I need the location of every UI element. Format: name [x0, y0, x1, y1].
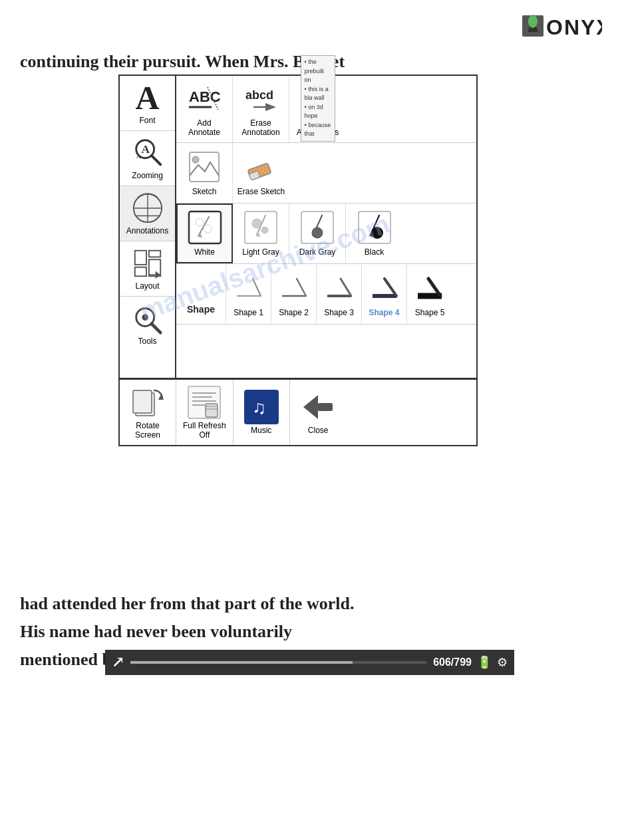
dark-gray-pen-icon [300, 210, 335, 245]
onyx-logo: ONYX [522, 12, 602, 42]
svg-line-50 [253, 279, 261, 296]
shape-label-cell: Shape [176, 264, 226, 324]
dialog-panel: A Font A A Zooming [118, 74, 478, 446]
erase-annotation-icon: abcd [243, 81, 278, 116]
rotate-screen-icon [130, 385, 165, 420]
sidebar-item-annotations[interactable]: Annotations [120, 186, 175, 241]
erase-annotation-label: EraseAnnotation [241, 118, 279, 137]
status-arrow-icon: ↗ [112, 654, 124, 671]
layout-icon [131, 247, 164, 280]
shape1-icon [232, 271, 266, 305]
svg-point-28 [192, 156, 199, 163]
shape3-item[interactable]: Shape 3 [317, 264, 362, 324]
svg-point-34 [196, 218, 204, 226]
shape4-icon [367, 271, 402, 305]
shape2-icon [277, 271, 311, 305]
shape-row: Shape Shape 1 [176, 264, 476, 325]
svg-rect-72 [318, 403, 333, 411]
music-label: Music [251, 426, 271, 435]
color-row: White Light Gray [176, 204, 476, 264]
tools-icon [131, 302, 164, 335]
light-gray-pen-icon [243, 210, 278, 245]
zooming-label: Zooming [132, 171, 163, 180]
annotation-row: ABC AddAnnotate abcd [176, 76, 476, 143]
shape4-item[interactable]: Shape 4 [362, 264, 407, 324]
add-annotate-item[interactable]: ABC AddAnnotate [176, 76, 233, 142]
bg-text-bottom1: had attended her from that part of the w… [20, 594, 354, 614]
svg-text:abcd: abcd [245, 88, 273, 102]
black-pen-label: Black [365, 247, 384, 257]
font-icon: A [131, 81, 164, 114]
shape3-icon [322, 271, 357, 305]
svg-text:A: A [136, 152, 140, 160]
shape1-item[interactable]: Shape 1 [226, 264, 271, 324]
shape5-icon [412, 271, 447, 305]
white-pen-item[interactable]: White [176, 204, 233, 263]
svg-text:A: A [141, 143, 150, 156]
erase-sketch-icon [244, 150, 279, 184]
bg-text-top: continuing their pursuit. When Mrs. Benn… [20, 52, 345, 72]
svg-marker-25 [265, 103, 276, 111]
sketch-row: Sketch Erase Sketch [176, 143, 476, 204]
page-number: 606/799 [433, 656, 472, 668]
light-gray-pen-item[interactable]: Light Gray [233, 204, 289, 263]
svg-point-39 [252, 219, 261, 228]
sketch-icon [187, 150, 222, 184]
shape4-label: Shape 4 [369, 308, 399, 317]
shape5-item[interactable]: Shape 5 [407, 264, 452, 324]
zooming-icon: A A [131, 136, 164, 170]
svg-point-2 [528, 15, 538, 28]
settings-icon: ⚙ [497, 655, 508, 670]
sidebar-item-tools[interactable]: Tools [120, 297, 175, 351]
sketch-item[interactable]: Sketch [176, 143, 233, 203]
layout-label: Layout [135, 281, 159, 291]
svg-rect-13 [134, 267, 146, 276]
full-refresh-item[interactable]: Full RefreshOff [176, 380, 233, 445]
shape2-item[interactable]: Shape 2 [271, 264, 317, 324]
add-annotate-label: AddAnnotate [188, 118, 220, 137]
close-item[interactable]: Close [290, 380, 347, 445]
all-annotations-item[interactable]: • the prebuilt on• this is a bla wall• o… [289, 76, 346, 142]
svg-rect-60 [133, 390, 152, 413]
progress-bar[interactable] [130, 661, 426, 664]
music-item[interactable]: ♫ Music [233, 380, 290, 445]
sidebar-item-zooming[interactable]: A A Zooming [120, 131, 175, 186]
shape1-label: Shape 1 [233, 308, 263, 317]
rotate-screen-item[interactable]: RotateScreen [120, 380, 176, 445]
battery-icon: 🔋 [477, 655, 492, 670]
erase-annotation-item[interactable]: abcd EraseAnnotation [233, 76, 289, 142]
svg-line-20 [151, 324, 160, 333]
dark-gray-pen-item[interactable]: Dark Gray [289, 204, 346, 263]
svg-point-40 [261, 227, 268, 233]
tools-label: Tools [138, 337, 156, 346]
svg-rect-67 [206, 404, 218, 417]
font-label: Font [139, 116, 155, 125]
black-pen-item[interactable]: Black [346, 204, 402, 263]
full-refresh-label: Full RefreshOff [183, 421, 226, 440]
all-annotations-icon: • the prebuilt on• this is a bla wall• o… [301, 81, 335, 116]
erase-sketch-item[interactable]: Erase Sketch [233, 143, 289, 203]
dark-gray-pen-label: Dark Gray [299, 247, 336, 257]
black-pen-icon [357, 210, 392, 245]
white-pen-icon [188, 210, 222, 245]
rotate-screen-label: RotateScreen [135, 421, 160, 440]
svg-line-54 [341, 279, 351, 296]
svg-rect-12 [134, 251, 146, 265]
svg-point-35 [204, 225, 212, 233]
sidebar-item-layout[interactable]: Layout [120, 241, 175, 297]
full-refresh-icon [187, 385, 222, 420]
erase-sketch-label: Erase Sketch [237, 187, 285, 196]
sidebar-item-font[interactable]: A Font [120, 76, 175, 131]
status-icons: 🔋 ⚙ [477, 655, 508, 670]
shape2-label: Shape 2 [279, 308, 309, 317]
close-icon [301, 390, 335, 424]
svg-point-44 [312, 227, 323, 238]
empty-space [176, 325, 476, 378]
annotations-label: Annotations [126, 226, 168, 235]
svg-text:ONYX: ONYX [546, 15, 602, 39]
sketch-label: Sketch [192, 187, 217, 196]
status-bar: ↗ 606/799 🔋 ⚙ [105, 650, 514, 675]
add-annotate-icon: ABC [187, 81, 222, 116]
bg-text-bottom2: His name had never been voluntarily [20, 622, 292, 642]
progress-fill [130, 661, 353, 664]
